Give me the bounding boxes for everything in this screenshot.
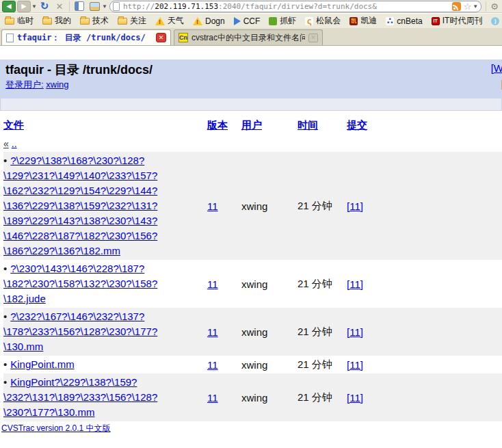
squirrel-icon: ς [305,17,313,25]
username-link[interactable]: xwing [46,79,68,90]
cnbeta-icon: ∴ [386,17,394,25]
sort-user-header[interactable]: 用户 [241,119,262,131]
sort-file-header[interactable]: 文件 [3,119,24,131]
table-row: •?\229?\138?\168?\230?\128? \129?\231?\1… [3,152,502,260]
sort-version-header[interactable]: 版本 [207,119,228,131]
page-header: tfaquir - 目录 /trunk/docs/ 登录用户: xwing [W… [0,60,502,98]
version-link[interactable]: 11 [207,326,218,338]
zhuaxia-icon [269,17,277,25]
forward-icon[interactable]: ► [17,1,31,12]
bullet: • [3,155,7,166]
folder-icon [5,18,14,25]
bookmark-dropdown-icon[interactable]: ▼ [473,3,478,10]
bookmark-item[interactable]: !天气 [155,15,184,27]
toolbar-divider [486,1,486,12]
bookmark-label: 凯迪 [360,15,377,27]
time-cell: 21 分钟 [298,326,347,339]
bookmarks-bar: 临时 我的 技术 关注 !天气 !Dogn CCF 抓虾 ς松鼠会 凯凯迪 ∴c… [0,14,502,28]
tab-tfaquir[interactable]: tfaquir： 目录 /trunk/docs/ ✕ [1,29,171,45]
history-dropdown-icon[interactable]: ▼ [31,3,37,10]
checkin-link[interactable]: [11] [347,326,363,338]
bookmark-item[interactable]: 我的 [42,15,71,27]
bookmark-label: IT时代周刊 [442,15,483,27]
user-cell: xwing [241,359,298,371]
bullet: • [3,376,7,388]
kaidi-icon: 凯 [349,17,358,25]
bookmark-item[interactable]: ∴cnBeta [386,16,422,26]
parent-directory-link[interactable]: .. [12,138,17,149]
stop-icon[interactable]: ✕ [53,1,66,12]
user-cell: xwing [241,200,298,212]
bookmark-item[interactable]: 抓虾 [269,15,296,27]
gear-icon[interactable]: ⚙ [490,1,499,12]
bookmark-label: 关注 [130,15,146,27]
version-link[interactable]: 11 [207,392,218,404]
tab-label: cvstrac中的中文目录和文件名问题… [191,32,305,44]
user-cell: xwing [241,278,298,290]
bookmark-item[interactable]: 临时 [5,15,34,27]
close-icon[interactable]: ✕ [308,34,318,42]
toolbar-divider [69,1,70,12]
refresh-icon[interactable]: ↻ [38,1,51,12]
bullet: • [3,311,7,322]
file-link[interactable]: ?\230?\143?\146?\228?\187? \182?\230?\15… [3,263,157,304]
bookmark-label: 技术 [92,15,109,27]
user-cell: xwing [241,326,298,338]
version-link[interactable]: 11 [207,278,218,290]
bookmark-label: 松鼠会 [316,15,341,27]
address-bar[interactable]: http://202.119.71.153:2040/tfaquir/dirvi… [109,1,481,12]
bookmark-label: 抓虾 [280,15,296,27]
pointer-icon [234,17,241,25]
bullet: • [3,358,7,370]
time-cell: 21 分钟 [298,200,347,213]
file-link[interactable]: KingPoint.mm [10,358,74,370]
checkin-link[interactable]: [11] [347,200,363,212]
url-text[interactable]: http://202.119.71.153:2040/tfaquir/dirvi… [123,2,451,11]
bookmark-item[interactable]: 关注 [118,15,146,27]
engadget-icon: ) [491,17,499,25]
back-icon[interactable]: ◄ [2,1,16,12]
up-marker: « [3,138,9,149]
version-link[interactable]: 11 [207,359,218,371]
sidebar-extension-icon[interactable] [75,1,84,11]
sort-checkin-header[interactable]: 提交 [347,119,367,131]
bookmark-star-icon[interactable]: ☆ [464,1,472,12]
bookmark-item[interactable]: ITIT时代周刊 [432,15,483,27]
checkin-link[interactable]: [11] [347,278,363,290]
file-link[interactable]: ?\232?\167?\146?\232?\137? \178?\233?\15… [3,311,157,352]
screenshot-extension-icon[interactable] [90,2,100,11]
checkin-link[interactable]: [11] [347,392,363,404]
bookmark-item[interactable]: ς松鼠会 [305,15,341,27]
bookmark-item[interactable]: 技术 [80,15,109,27]
version-link[interactable]: 11 [207,200,218,212]
file-link[interactable]: ?\229?\138?\168?\230?\128? \129?\231?\14… [3,155,157,256]
time-cell: 21 分钟 [298,358,347,371]
rss-icon[interactable] [452,2,461,11]
bookmark-item[interactable]: CCF [234,16,261,26]
extension-dropdown-icon[interactable]: ▼ [102,3,107,10]
bookmark-label: 我的 [55,15,71,27]
topright-link-cut[interactable]: [W [491,62,502,74]
directory-listing: 文件 版本 用户 时间 提交 «.. •?\229?\138?\168?\230… [0,111,502,434]
user-cell: xwing [241,392,298,404]
bookmark-item[interactable]: !Dogn [193,16,225,26]
table-row: •?\232?\167?\146?\232?\137? \178?\233?\1… [3,308,502,356]
login-user-link[interactable]: 登录用户: [5,79,44,90]
cvstrac-version-link[interactable]: CVSTrac version 2.0.1 中文版 [1,423,111,434]
sort-time-header[interactable]: 时间 [298,119,318,131]
parent-directory-row: «.. [3,138,502,149]
page-icon [6,34,14,42]
checkin-link[interactable]: [11] [347,359,363,371]
tab-bar: tfaquir： 目录 /trunk/docs/ ✕ Cn cvstrac中的中… [0,28,502,46]
bookmark-label: 天气 [168,15,184,27]
warning-icon: ! [193,17,202,25]
bookmark-label: Dogn [205,16,225,26]
table-row: •KingPoint.mm 11 xwing 21 分钟 [11] [3,356,502,373]
cn-favicon: Cn [179,33,188,42]
bookmark-item[interactable]: )Engadget [491,16,502,26]
bullet: • [3,263,7,274]
tab-cvstrac-article[interactable]: Cn cvstrac中的中文目录和文件名问题… ✕ [174,29,323,45]
file-link[interactable]: KingPoint?\229?\138?\159? \232?\131?\189… [3,376,157,418]
close-icon[interactable]: ✕ [156,33,166,42]
bookmark-item[interactable]: 凯凯迪 [349,15,377,27]
